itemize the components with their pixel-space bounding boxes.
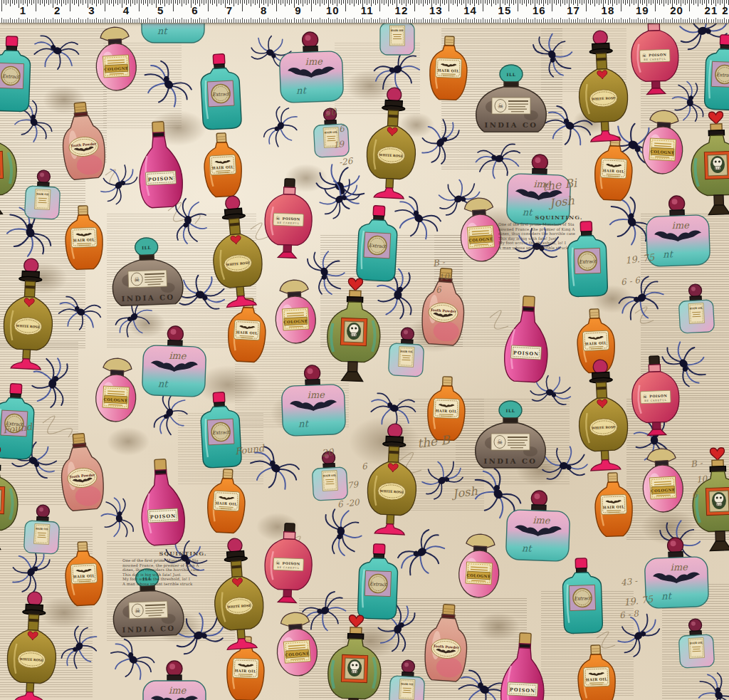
bat-wide-bottle [645,194,710,266]
skull-urn-bottle [327,615,383,700]
extract-bottle [356,205,398,282]
handwriting-scribble: 6 [435,285,441,296]
ruler-number: 2 [54,4,61,16]
handwriting-scribble: 6 [338,124,345,135]
hair-oil-bottle [64,541,105,607]
white-rose-bottle [576,29,630,142]
ruler-number: 14 [463,4,477,16]
cologne-bottle [641,110,685,175]
handwriting-scribble: 10 [696,474,708,485]
ruler-number: 7 [226,4,233,16]
spider-icon [414,113,463,167]
poison-urn-bottle [263,178,313,258]
poison-urn-bottle [263,523,313,603]
hair-oil-bottle [203,132,243,198]
spider-icon [30,33,81,74]
hair-oil-bottle [206,469,247,534]
spider-icon [313,172,364,221]
handwriting-scribble: B - [690,458,703,469]
hair-oil-small-bottle [389,659,425,700]
bat-wide-bottle [644,536,708,608]
cologne-bottle [273,279,317,345]
spider-icon [325,506,364,558]
spider-icon [58,623,105,674]
bat-wide-bottle [280,364,345,436]
cologne-bottle [95,357,138,423]
extract-bottle [0,36,31,112]
newsprint-line: A man whose squint terrible struck [122,582,243,587]
cologne-bottle [94,26,137,92]
bat-wide-bottle [143,661,206,700]
ill-jug-bottle [476,401,546,468]
newsprint-line: My foot across the threshold, lo! I [122,577,243,582]
handwriting-scribble: B - [432,257,445,268]
ruler-number: 13 [429,4,443,16]
newsprint-line: nowned France, the premier of King A [122,563,243,568]
white-rose-bottle [1,257,56,370]
newsprint-line: A man whose squint terrible struck [498,246,619,251]
extract-bottle [199,53,241,130]
newsprint-heading: SQUINTING. [498,214,619,221]
newsprint-line: dines, thus considers the horrible case [498,231,619,236]
hair-oil-bottle [429,36,468,100]
ruler-number: 3 [88,4,95,16]
newsprint-line: One of the first prime Ministers of Sta [498,222,619,227]
ruler-number: 20 [670,4,683,16]
spider-icon [531,27,580,81]
poison-urn-bottle [630,14,680,95]
newsprint-line: This day is big with fate! Just [498,236,619,241]
pattern-motif-layer: COLOGNE Extract [0,0,729,700]
bat-wide-bottle [505,489,570,561]
spider-icon [54,293,104,335]
spider-icon [394,527,453,585]
ruler-number: 17 [567,4,580,16]
ruler-number: 9 [295,4,301,16]
ruler-number: 11 [361,4,374,16]
white-rose-bottle [365,422,419,535]
ruler-number: 15 [498,4,512,16]
ruler-number: 6 [192,4,198,16]
handwriting-scribble: 43 - [620,576,638,588]
spider-icon [298,590,352,639]
newsprint-line: One of the first prime Ministers of Sta [122,558,243,563]
ruler-number: 18 [602,4,615,16]
fabric-swatch-photo: SQUINTING. One of the first prime Minist… [0,0,729,700]
spider-icon [136,57,194,115]
tooth-powder-bottle [58,432,105,512]
spider-icon [176,199,206,244]
ruler-number: 10 [326,4,340,16]
hair-oil-bottle [594,472,633,537]
skull-urn-bottle [0,446,20,550]
ill-jug-bottle [111,236,184,305]
white-rose-bottle [208,194,266,308]
ruler-number: 8 [261,4,267,16]
skull-urn-bottle [689,111,729,216]
newsprint-line: This day is big with fate! Just [122,573,243,578]
newsprint-line: nowned France, the premier of King A [498,227,619,232]
hair-oil-small-bottle [678,618,714,668]
bat-wide-bottle [278,31,343,103]
cologne-bottle [458,197,503,263]
hair-oil-bottle [227,298,268,363]
handwriting-scribble: 20 [321,446,334,459]
extract-bottle [704,34,729,110]
spider-icon [691,669,729,700]
handwriting-scribble: 6 [361,461,367,472]
hair-oil-small-bottle [388,327,424,377]
poison-bottle [137,121,184,209]
cologne-bottle [275,611,319,677]
ruler-number: 4 [123,4,130,16]
poison-urn-bottle [631,355,681,436]
hair-oil-bottle [577,644,616,700]
spider-icon [98,495,135,541]
ill-jug-bottle [476,65,547,132]
skull-urn-bottle [326,278,382,382]
hair-oil-bottle [64,205,103,270]
handwriting-scribble: 6 [691,490,698,501]
skull-urn-bottle [0,111,18,216]
handwriting-scribble: -26 [338,156,353,167]
spider-icon [305,246,350,298]
newsprint-line: dines, thus considers the horrible case [122,568,243,573]
ruler-number: 1 [20,4,26,16]
ruler-number: 19 [636,4,649,16]
